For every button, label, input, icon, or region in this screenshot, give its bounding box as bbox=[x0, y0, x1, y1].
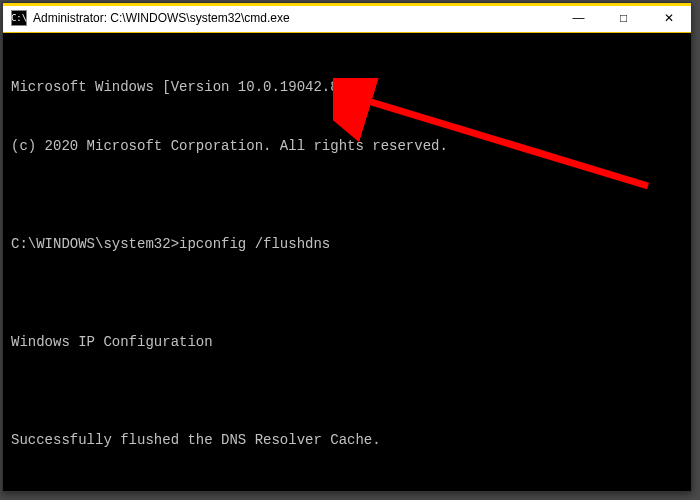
output-line: Successfully flushed the DNS Resolver Ca… bbox=[11, 431, 683, 451]
output-line: (c) 2020 Microsoft Corporation. All righ… bbox=[11, 137, 683, 157]
window-controls: — □ ✕ bbox=[556, 3, 691, 32]
maximize-button[interactable]: □ bbox=[601, 3, 646, 32]
prompt-line: C:\WINDOWS\system32>ipconfig /flushdns bbox=[11, 235, 683, 255]
titlebar-accent bbox=[3, 3, 691, 6]
prompt-path: C:\WINDOWS\system32> bbox=[11, 236, 179, 252]
cmd-window: C:\ Administrator: C:\WINDOWS\system32\c… bbox=[2, 2, 692, 492]
window-title: Administrator: C:\WINDOWS\system32\cmd.e… bbox=[33, 11, 556, 25]
titlebar[interactable]: C:\ Administrator: C:\WINDOWS\system32\c… bbox=[3, 3, 691, 33]
command-text: ipconfig /flushdns bbox=[179, 236, 330, 252]
output-line: Windows IP Configuration bbox=[11, 333, 683, 353]
output-line: Microsoft Windows [Version 10.0.19042.87… bbox=[11, 78, 683, 98]
cmd-icon: C:\ bbox=[11, 10, 27, 26]
terminal-output[interactable]: Microsoft Windows [Version 10.0.19042.87… bbox=[3, 33, 691, 500]
minimize-button[interactable]: — bbox=[556, 3, 601, 32]
close-button[interactable]: ✕ bbox=[646, 3, 691, 32]
